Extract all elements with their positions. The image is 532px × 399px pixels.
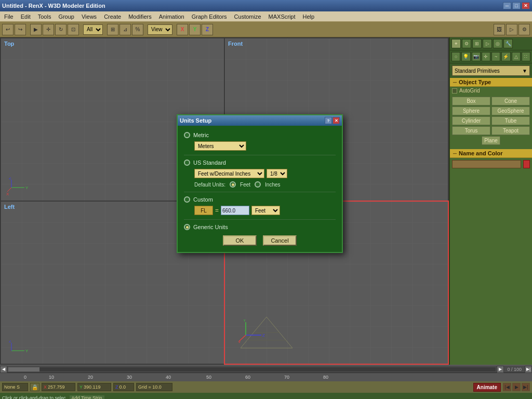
maximize-button[interactable]: □ (512, 2, 521, 9)
generic-units-radio[interactable] (184, 224, 190, 230)
dialog-help-button[interactable]: ? (325, 117, 332, 124)
light-icon[interactable]: 💡 (461, 52, 470, 61)
menu-help[interactable]: Help (300, 13, 318, 20)
x-axis[interactable]: X (177, 24, 188, 35)
menu-tools[interactable]: Tools (35, 13, 55, 20)
create-icon[interactable]: ✦ (451, 39, 461, 48)
autogrid-checkbox[interactable] (452, 88, 457, 94)
us-standard-radio[interactable] (184, 159, 190, 166)
sphere-button[interactable]: Sphere (452, 107, 490, 115)
name-input[interactable] (452, 160, 521, 168)
play-button[interactable]: ▶ (512, 383, 521, 391)
shapes-icon[interactable]: △ (512, 52, 521, 61)
svg-text:Z: Z (9, 177, 11, 180)
custom-radio[interactable] (184, 196, 190, 203)
redo-button[interactable]: ↪ (15, 24, 26, 35)
menu-file[interactable]: File (1, 13, 17, 20)
us-fraction-select[interactable]: 1/8 (267, 169, 287, 178)
utilities-icon[interactable]: 🔧 (503, 39, 513, 48)
prev-frame-button[interactable]: |◀ (503, 383, 511, 391)
scale-button[interactable]: ⊡ (68, 24, 79, 35)
inches-radio[interactable] (255, 181, 261, 188)
z-axis[interactable]: Z (202, 24, 213, 35)
sphere-icon[interactable]: ○ (451, 52, 460, 61)
modify-icon[interactable]: ⚙ (462, 39, 471, 48)
name-color-collapse[interactable]: ─ (453, 151, 457, 156)
menu-modifiers[interactable]: Modifiers (125, 13, 155, 20)
system-icon[interactable]: ⚡ (501, 52, 510, 61)
grid-label: Grid = 10.0 (138, 384, 162, 390)
undo-button[interactable]: ↩ (2, 24, 14, 35)
axes-left: Y Z (6, 340, 32, 358)
geosphere-button[interactable]: GeoSphere (491, 107, 530, 115)
menu-animation[interactable]: Animation (156, 13, 188, 20)
divider-2 (184, 192, 336, 192)
particles-icon[interactable]: ∷ (522, 52, 530, 61)
teapot-button[interactable]: Teapot (491, 126, 530, 135)
snap-button[interactable]: ⊞ (107, 24, 118, 35)
cone-button[interactable]: Cone (491, 97, 530, 105)
all-select[interactable]: All (83, 24, 103, 35)
camera-icon[interactable]: 📷 (472, 52, 481, 61)
custom-name-input[interactable] (194, 206, 213, 215)
menu-edit[interactable]: Edit (18, 13, 34, 20)
menu-customize[interactable]: Customize (231, 13, 264, 20)
svg-text:Z: Z (262, 333, 265, 338)
menu-views[interactable]: Views (78, 13, 100, 20)
metric-radio[interactable] (184, 132, 190, 138)
y-field: Y 390.119 (77, 383, 111, 391)
close-button[interactable]: ✕ (522, 2, 530, 9)
spacewarp-icon[interactable]: ~ (491, 52, 500, 61)
select-button[interactable]: ▶ (30, 24, 42, 35)
minimize-button[interactable]: ─ (503, 2, 511, 9)
view-select[interactable]: View (148, 24, 172, 35)
divider-1 (184, 155, 336, 155)
lock-button[interactable]: 🔒 (30, 383, 39, 391)
cancel-button[interactable]: Cancel (263, 235, 297, 246)
next-frame-button[interactable]: ▶| (522, 383, 530, 391)
us-unit-row: Feet w/Decimal Inches 1/8 (184, 169, 336, 178)
menu-maxscript[interactable]: MAXScript (265, 13, 299, 20)
scroll-left-arrow[interactable]: ◀ (0, 366, 7, 373)
add-time-strip[interactable]: Add Time Strip (69, 395, 105, 399)
percent-snap-button[interactable]: % (132, 24, 143, 35)
move-button[interactable]: ✛ (43, 24, 54, 35)
quick-render-button[interactable]: ▷ (506, 24, 517, 35)
hierarchy-icon[interactable]: ⊞ (472, 39, 482, 48)
scroll-thumb[interactable] (8, 367, 39, 371)
scroll-track[interactable] (8, 367, 496, 371)
custom-value-input[interactable] (221, 206, 249, 215)
motion-icon[interactable]: ▷ (483, 39, 492, 48)
metric-unit-select[interactable]: Meters (194, 141, 246, 151)
menu-group[interactable]: Group (55, 13, 77, 20)
plane-button[interactable]: Plane (482, 136, 500, 145)
cylinder-button[interactable]: Cylinder (452, 116, 490, 125)
scroll-end-arrow[interactable]: ▶| (525, 366, 532, 373)
color-swatch[interactable] (523, 160, 530, 168)
helper-icon[interactable]: ✛ (482, 52, 490, 61)
y-axis[interactable]: Y (189, 24, 201, 35)
render-button[interactable]: 🖼 (494, 24, 505, 35)
render-settings-button[interactable]: ⚙ (518, 24, 530, 35)
autogrid-label: AutoGrid (459, 88, 480, 94)
display-icon[interactable]: ◎ (493, 39, 502, 48)
ok-button[interactable]: OK (223, 235, 257, 246)
z-label: Z (115, 384, 118, 390)
animate-button[interactable]: Animate (473, 383, 501, 392)
angle-snap-button[interactable]: ⊿ (119, 24, 131, 35)
tube-button[interactable]: Tube (491, 116, 530, 125)
feet-radio[interactable] (230, 181, 236, 188)
us-unit-select[interactable]: Feet w/Decimal Inches (194, 169, 264, 178)
box-button[interactable]: Box (452, 97, 490, 105)
primitives-dropdown[interactable]: Standard Primitives ▼ (452, 65, 530, 76)
object-type-collapse[interactable]: ─ (453, 79, 457, 85)
dialog-close-button[interactable]: ✕ (332, 117, 340, 124)
custom-unit-select[interactable]: Feet (251, 206, 280, 215)
object-type-header: ─ Object Type (450, 78, 532, 87)
rotate-button[interactable]: ↻ (55, 24, 66, 35)
primitives-dropdown-arrow: ▼ (522, 68, 527, 74)
menu-graph-editors[interactable]: Graph Editors (189, 13, 230, 20)
torus-button[interactable]: Torus (452, 126, 490, 135)
scroll-right-arrow[interactable]: ▶ (497, 366, 504, 373)
menu-create[interactable]: Create (101, 13, 124, 20)
